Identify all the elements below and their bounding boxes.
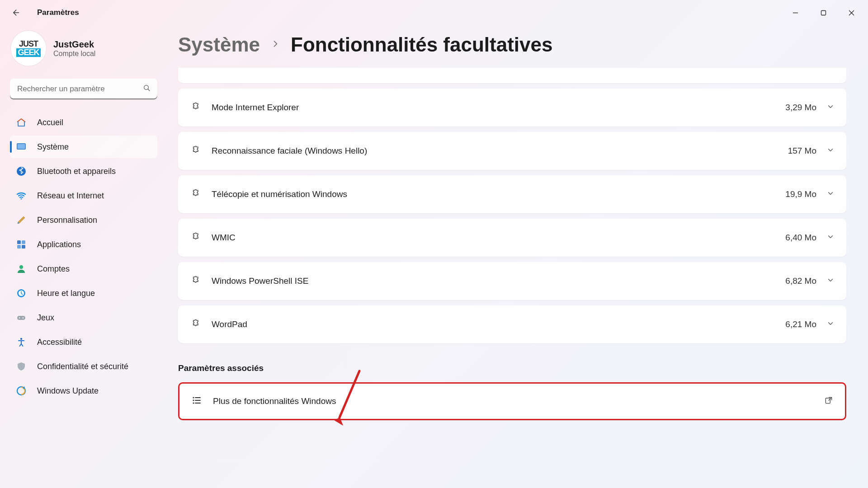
related-item-label: Plus de fonctionnalités Windows	[213, 396, 336, 406]
chevron-down-icon	[826, 189, 835, 199]
feature-row[interactable]: Windows PowerShell ISE 6,82 Mo	[178, 262, 846, 300]
close-button[interactable]	[838, 4, 864, 22]
sidebar-item-label: Comptes	[37, 264, 70, 274]
sidebar-item-label: Réseau et Internet	[37, 191, 104, 201]
feature-size: 3,29 Mo	[785, 103, 816, 113]
sidebar-item-update[interactable]: Windows Update	[10, 380, 157, 402]
svg-rect-21	[826, 398, 830, 404]
chevron-right-icon	[271, 39, 280, 50]
wifi-icon	[15, 190, 27, 202]
minimize-button[interactable]	[782, 4, 808, 22]
puzzle-icon	[190, 101, 201, 114]
apps-icon	[15, 239, 27, 250]
svg-rect-6	[17, 240, 21, 244]
breadcrumb: Système Fonctionnalités facultatives	[178, 33, 846, 56]
sidebar-item-network[interactable]: Réseau et Internet	[10, 184, 157, 207]
search-input[interactable]	[10, 79, 157, 99]
svg-point-5	[20, 198, 22, 199]
sidebar-item-time[interactable]: Heure et langue	[10, 282, 157, 305]
svg-point-16	[20, 338, 22, 340]
shield-icon	[15, 361, 27, 372]
svg-point-18	[193, 397, 194, 398]
sidebar-item-label: Personnalisation	[37, 216, 97, 225]
window-controls	[782, 4, 864, 22]
feature-label: WordPad	[212, 319, 247, 329]
svg-rect-8	[17, 245, 21, 249]
puzzle-icon	[190, 318, 201, 331]
accessibility-icon	[15, 336, 27, 348]
feature-row-partial[interactable]	[178, 68, 846, 83]
breadcrumb-parent[interactable]: Système	[178, 33, 260, 56]
avatar: JUST GEEK	[11, 31, 46, 66]
chevron-down-icon	[826, 233, 835, 243]
clock-globe-icon	[15, 287, 27, 299]
sidebar-item-label: Système	[37, 142, 69, 152]
feature-size: 19,9 Mo	[785, 189, 816, 199]
account-block[interactable]: JUST GEEK JustGeek Compte local	[10, 31, 157, 66]
svg-point-19	[193, 399, 194, 401]
arrow-left-icon	[11, 8, 20, 17]
nav: Accueil Système Bluetooth et appareils R…	[10, 111, 157, 402]
feature-list: Mode Internet Explorer 3,29 Mo Reconnais…	[178, 89, 846, 343]
gamepad-icon	[15, 312, 27, 324]
feature-row[interactable]: WMIC 6,40 Mo	[178, 219, 846, 257]
svg-rect-0	[821, 10, 826, 15]
main-content: Système Fonctionnalités facultatives Mod…	[167, 25, 868, 488]
app-title: Paramètres	[37, 8, 79, 17]
puzzle-icon	[190, 275, 201, 287]
feature-label: Mode Internet Explorer	[212, 103, 299, 113]
feature-size: 157 Mo	[788, 146, 816, 156]
sidebar-item-privacy[interactable]: Confidentialité et sécurité	[10, 355, 157, 378]
sidebar-item-home[interactable]: Accueil	[10, 111, 157, 134]
sidebar-item-label: Heure et langue	[37, 289, 95, 298]
svg-rect-7	[22, 240, 25, 244]
sidebar: JUST GEEK JustGeek Compte local Accueil	[0, 25, 167, 488]
feature-label: Windows PowerShell ISE	[212, 276, 308, 286]
sidebar-item-label: Accessibilité	[37, 338, 82, 347]
sidebar-item-accounts[interactable]: Comptes	[10, 258, 157, 280]
bluetooth-icon	[15, 165, 27, 177]
chevron-down-icon	[826, 319, 835, 329]
update-icon	[15, 385, 27, 397]
sidebar-item-gaming[interactable]: Jeux	[10, 306, 157, 329]
svg-point-14	[19, 317, 20, 318]
svg-point-20	[193, 402, 194, 404]
system-icon	[15, 141, 27, 153]
maximize-icon	[821, 10, 826, 16]
sidebar-item-label: Bluetooth et appareils	[37, 167, 116, 176]
sidebar-item-apps[interactable]: Applications	[10, 233, 157, 256]
feature-row[interactable]: Reconnaissance faciale (Windows Hello) 1…	[178, 132, 846, 170]
back-button[interactable]	[6, 4, 24, 22]
svg-rect-9	[22, 245, 25, 249]
maximize-button[interactable]	[810, 4, 836, 22]
more-windows-features-link[interactable]: Plus de fonctionnalités Windows	[178, 382, 846, 420]
puzzle-icon	[190, 145, 201, 157]
search-container	[10, 79, 157, 99]
puzzle-icon	[190, 188, 201, 201]
account-name: JustGeek	[53, 39, 95, 50]
sidebar-item-bluetooth[interactable]: Bluetooth et appareils	[10, 160, 157, 183]
avatar-line2: GEEK	[16, 48, 40, 57]
feature-label: Reconnaissance faciale (Windows Hello)	[212, 146, 367, 156]
sidebar-item-accessibility[interactable]: Accessibilité	[10, 331, 157, 353]
svg-point-10	[19, 265, 23, 269]
related-settings-heading: Paramètres associés	[178, 363, 846, 373]
feature-size: 6,40 Mo	[785, 233, 816, 243]
search-icon	[143, 84, 151, 94]
feature-row[interactable]: Mode Internet Explorer 3,29 Mo	[178, 89, 846, 127]
feature-label: Télécopie et numérisation Windows	[212, 189, 347, 199]
sidebar-item-system[interactable]: Système	[10, 136, 157, 158]
breadcrumb-current: Fonctionnalités facultatives	[291, 33, 552, 56]
chevron-down-icon	[826, 146, 835, 156]
sidebar-item-label: Accueil	[37, 118, 63, 127]
feature-row[interactable]: Télécopie et numérisation Windows 19,9 M…	[178, 175, 846, 213]
chevron-down-icon	[826, 103, 835, 113]
sidebar-item-label: Windows Update	[37, 386, 99, 396]
feature-row[interactable]: WordPad 6,21 Mo	[178, 305, 846, 343]
close-icon	[849, 10, 854, 16]
feature-size: 6,21 Mo	[785, 319, 816, 329]
sidebar-item-label: Jeux	[37, 313, 54, 323]
open-external-icon	[824, 396, 833, 407]
sidebar-item-personalization[interactable]: Personnalisation	[10, 209, 157, 231]
person-icon	[15, 263, 27, 275]
